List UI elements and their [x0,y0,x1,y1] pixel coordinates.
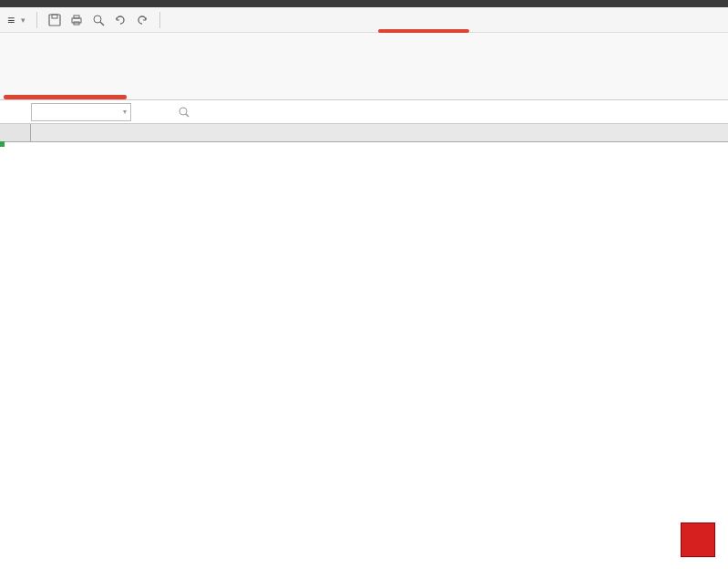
svg-line-6 [100,22,104,26]
active-cell-outline [0,142,4,146]
annotation-underline [378,29,469,33]
ribbon [0,33,728,100]
separator [36,12,37,28]
formula-bar[interactable] [177,105,199,119]
watermark-logo [681,522,719,557]
watermark [681,521,719,560]
svg-rect-3 [74,16,79,18]
quick-access-toolbar [41,10,156,30]
chevron-down-icon: ▾ [123,108,127,116]
chevron-down-icon: ▾ [21,16,26,25]
save-icon[interactable] [45,10,65,30]
spreadsheet-grid[interactable] [0,124,728,142]
print-icon[interactable] [67,10,87,30]
hamburger-icon: ≡ [7,13,15,27]
svg-rect-1 [52,15,57,18]
preview-icon[interactable] [88,10,108,30]
zoom-icon [177,105,191,119]
file-menu[interactable]: ≡ ▾ [0,7,33,32]
menu-row: ≡ ▾ [0,7,728,33]
redo-icon[interactable] [132,10,152,30]
formula-bar-row: ▾ [0,100,728,124]
select-all-corner[interactable] [0,124,31,141]
svg-line-8 [186,114,189,117]
title-bar [0,0,728,7]
name-box[interactable]: ▾ [31,103,131,121]
column-headers [0,124,728,142]
svg-point-7 [179,108,187,115]
svg-rect-0 [49,15,60,26]
separator [159,12,160,28]
undo-icon[interactable] [110,10,130,30]
logo-main-char [681,522,715,557]
annotation-underline [4,95,127,99]
svg-point-5 [94,16,101,23]
